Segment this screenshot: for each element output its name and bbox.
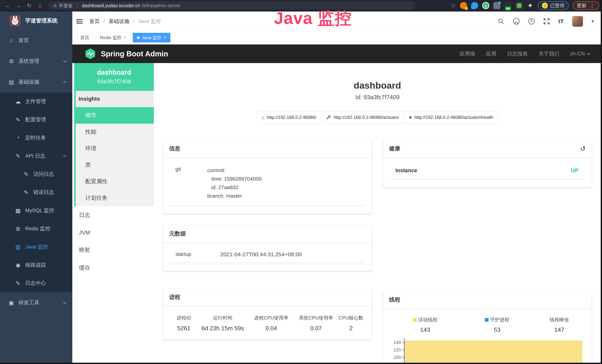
process-col-label: 运行时间: [197, 315, 248, 321]
thread-stat-peak: 线程峰值 147: [534, 317, 585, 333]
metadata-card-title: 元数据: [169, 230, 186, 237]
process-col-process-cpu: 进程CPU使用率 0.04: [248, 315, 295, 332]
sidebar-fold-button[interactable]: [75, 17, 84, 26]
browser-update-button[interactable]: 更新 ⋮: [573, 1, 599, 10]
extension-vue-devtools-icon[interactable]: y: [482, 2, 489, 9]
home-icon: ⌂: [261, 115, 264, 120]
extension-grid-icon[interactable]: [493, 2, 500, 9]
github-icon[interactable]: [513, 18, 520, 25]
sidebar-item-file-management[interactable]: ☁ 文件管理: [0, 92, 72, 110]
tab-bar: 首页 Redis 监控 × Java 监控 ×: [72, 31, 602, 44]
process-card-body: 进程ID 5261 运行时间 6d 23h 15m 59s: [163, 306, 372, 340]
sidebar-item-label: Java 监控: [25, 243, 48, 250]
y-tick-mark: [402, 342, 405, 343]
log-icon: ✎: [14, 280, 22, 287]
fullscreen-icon[interactable]: [543, 18, 550, 25]
sba-nav-applications[interactable]: 应用: [486, 50, 496, 57]
briefcase-icon: ▣: [7, 300, 16, 306]
sba-item-caches[interactable]: 缓存: [74, 259, 154, 277]
sidebar-item-trace[interactable]: ◉ 链路追踪: [0, 256, 72, 274]
sba-item-metrics[interactable]: 性能: [74, 124, 154, 140]
tab-home[interactable]: 首页: [76, 33, 93, 43]
sidebar-item-error-logs[interactable]: ✎ 错误日志: [0, 183, 72, 201]
instance-health-link[interactable]: ♥ http://192.168.0.2:48080/actuator/heal…: [404, 111, 498, 123]
sba-brand-title: Spring Boot Admin: [101, 50, 168, 58]
breadcrumb-infrastructure[interactable]: 基础设施: [109, 18, 129, 25]
info-row-value: commit: time: 1596289704000 id: 27aa832 …: [207, 166, 262, 200]
sba-item-environment[interactable]: 环境: [74, 140, 154, 157]
sidebar-item-mysql-monitor[interactable]: ▦ MySQL 监控: [0, 201, 72, 220]
sidebar-item-redis-monitor[interactable]: ≣ Redis 监控: [0, 220, 72, 238]
breadcrumb-home[interactable]: 首页: [89, 18, 100, 25]
info-row-label: git: [170, 166, 207, 200]
sba-item-classes[interactable]: 类: [74, 157, 154, 173]
thread-stat-label: 线程峰值: [550, 317, 569, 323]
extension-orange-icon[interactable]: [460, 2, 467, 9]
browser-back-button[interactable]: ←: [3, 0, 13, 11]
browser-forward-button[interactable]: →: [14, 0, 23, 11]
bookmark-star-icon[interactable]: ☆: [451, 2, 456, 9]
tab-redis-monitor[interactable]: Redis 监控 ×: [96, 33, 130, 43]
profile-paused-badge[interactable]: ☺ 已暂停: [538, 1, 569, 10]
extensions-menu-icon[interactable]: ✚: [527, 2, 534, 9]
search-icon[interactable]: [498, 18, 504, 25]
spring-boot-admin-logo-icon: [85, 48, 96, 60]
close-icon[interactable]: ×: [124, 35, 126, 40]
extension-pin-icon[interactable]: [471, 2, 478, 9]
extension-green-icon[interactable]: [516, 2, 523, 9]
legend-yellow-square: [413, 318, 417, 322]
help-icon[interactable]: ?: [528, 18, 535, 24]
sba-item-logs[interactable]: 日志: [74, 206, 154, 224]
green-square: [517, 3, 521, 8]
legend-blue-square: [485, 318, 489, 322]
close-icon[interactable]: ×: [163, 35, 166, 40]
sba-item-config-properties[interactable]: 配置属性: [74, 173, 154, 190]
browser-reload-button[interactable]: ↻: [24, 0, 34, 11]
history-icon[interactable]: ↺: [580, 146, 586, 151]
browser-menu-dots-icon[interactable]: ⋮: [589, 2, 595, 9]
sba-nav-journal[interactable]: 日志报表: [507, 50, 528, 57]
address-bar[interactable]: ⚠ 不安全 dashboard.yudao.iocoder.cn/infra/a…: [48, 1, 415, 10]
sba-language-select[interactable]: zh-CN: [570, 51, 590, 57]
browser-home-button[interactable]: ⌂: [35, 0, 45, 11]
sidebar-item-infrastructure[interactable]: ▤ 基础设施: [0, 72, 72, 92]
sba-item-jvm[interactable]: JVM: [74, 224, 154, 241]
sidebar-item-log-center[interactable]: ✎ 日志中心: [0, 274, 72, 292]
metadata-row-value: 2021-04-27T00:44:31.254+08:00: [220, 251, 302, 257]
sidebar-item-label: API 日志: [25, 152, 45, 160]
sidebar-item-label: MySQL 监控: [25, 207, 54, 214]
threads-area-chart: 140 120 100: [390, 338, 585, 364]
health-row-instance[interactable]: Instance UP: [390, 166, 585, 180]
extension-proxy-icon[interactable]: on: [505, 2, 512, 9]
sba-instance-name: dashboard: [74, 69, 154, 76]
sba-nav-about[interactable]: 关于我们: [538, 50, 559, 57]
instance-actuator-link[interactable]: http://192.168.0.2:48080/actuator: [321, 111, 404, 123]
user-avatar[interactable]: [572, 16, 583, 27]
sidebar-item-system-management[interactable]: ⚙ 系统管理: [0, 51, 72, 72]
thread-stat-live: 活动线程 143: [390, 317, 460, 333]
font-size-icon[interactable]: tT: [559, 18, 564, 24]
sidebar-item-home[interactable]: ⌂ 首页: [0, 30, 72, 51]
cards-grid: 信息 git commit: time: 1596289704000: [163, 140, 592, 364]
instance-home-link[interactable]: ⌂ http://192.168.0.2:48080/: [256, 111, 322, 123]
sidebar-item-dev-tools[interactable]: ▣ 研发工具: [0, 292, 72, 313]
sba-item-scheduled-tasks[interactable]: 计划任务: [74, 190, 154, 206]
metadata-row-startup: startup 2021-04-27T00:44:31.254+08:00: [170, 251, 365, 263]
java-monitor-icon: ▥: [14, 244, 22, 250]
y-tick-120: 120: [393, 347, 401, 353]
info-card: 信息 git commit: time: 1596289704000: [163, 140, 372, 214]
sba-instance-header[interactable]: dashboard 93a3fc7f7409: [74, 63, 154, 91]
app-logo[interactable]: 芋道管理系统: [0, 11, 72, 30]
sidebar-item-scheduled-tasks[interactable]: ◔ 定时任务: [0, 129, 72, 147]
metadata-card-body: startup 2021-04-27T00:44:31.254+08:00: [163, 243, 372, 271]
sba-nav-wallboard[interactable]: 应用墙: [460, 50, 475, 57]
sba-item-mappings[interactable]: 映射: [74, 241, 154, 259]
avatar-caret-down-icon[interactable]: ▾: [591, 18, 594, 24]
sidebar-item-java-monitor[interactable]: ▥ Java 监控: [0, 238, 72, 256]
tab-java-monitor[interactable]: Java 监控 ×: [133, 33, 170, 43]
sba-item-details[interactable]: 细节: [74, 107, 154, 124]
thread-stat-value: 143: [390, 326, 460, 333]
sidebar-item-config-management[interactable]: ✎ 配置管理: [0, 110, 72, 129]
sidebar-item-api-logs[interactable]: ✎ API 日志: [0, 147, 72, 165]
sidebar-item-access-logs[interactable]: ✎ 访问日志: [0, 165, 72, 183]
